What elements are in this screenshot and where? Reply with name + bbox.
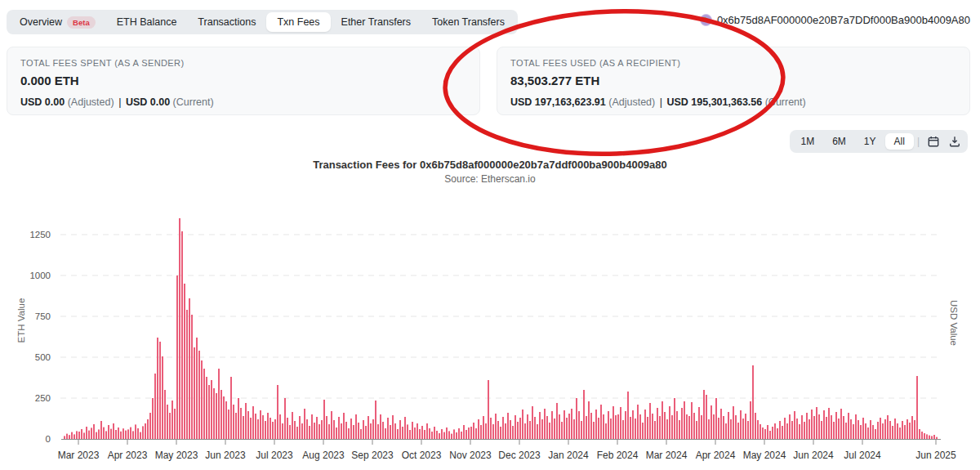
svg-text:Dec 2023: Dec 2023 [498, 450, 541, 461]
fees-used-card: TOTAL FEES USED (AS A RECIPIENT) 83,503.… [497, 47, 970, 115]
svg-text:0: 0 [46, 434, 51, 444]
toolbar-divider: | [914, 136, 923, 147]
svg-text:Nov 2023: Nov 2023 [449, 450, 492, 461]
calendar-icon[interactable] [923, 132, 944, 150]
svg-text:Jul 2023: Jul 2023 [256, 450, 293, 461]
fees-used-value: 83,503.277 ETH [510, 74, 956, 87]
fees-spent-usd-adjusted: USD 0.00 [20, 96, 65, 108]
svg-text:Jun 2023: Jun 2023 [205, 450, 246, 461]
range-all-button[interactable]: All [885, 133, 914, 150]
svg-text:Aug 2023: Aug 2023 [302, 450, 345, 461]
chart-plot-svg: 025050075010001250Mar 2023Apr 2023May 20… [0, 200, 980, 470]
svg-text:1250: 1250 [29, 230, 51, 239]
address-text: 0x6b75d8AF000000e20B7a7DDf000Ba900b4009A… [717, 14, 970, 26]
svg-text:Jun 2025: Jun 2025 [915, 450, 956, 461]
svg-text:Apr 2023: Apr 2023 [108, 450, 148, 461]
usd-divider: | [658, 96, 664, 108]
fees-spent-title: TOTAL FEES SPENT (AS A SENDER) [20, 58, 466, 68]
svg-text:Oct 2023: Oct 2023 [402, 450, 442, 461]
fees-used-title: TOTAL FEES USED (AS A RECIPIENT) [510, 58, 956, 68]
svg-text:May 2024: May 2024 [743, 450, 786, 461]
range-1y-button[interactable]: 1Y [855, 133, 885, 150]
txn-fees-page: Overview Beta ETH Balance Transactions T… [0, 0, 980, 470]
tab-txn-fees-label: Txn Fees [277, 16, 319, 28]
fees-used-adjusted-label: (Adjusted) [608, 96, 655, 108]
fees-spent-usd: USD 0.00 (Adjusted) | USD 0.00 (Current) [20, 96, 466, 108]
fees-bar-chart: 025050075010001250Mar 2023Apr 2023May 20… [0, 200, 980, 470]
fees-spent-value: 0.000 ETH [20, 74, 466, 87]
tab-ether-transfers[interactable]: Ether Transfers [331, 12, 421, 32]
tab-overview[interactable]: Overview Beta [9, 12, 106, 32]
svg-text:Mar 2023: Mar 2023 [58, 450, 100, 461]
svg-text:ETH Value: ETH Value [16, 298, 26, 343]
svg-text:Jul 2024: Jul 2024 [844, 450, 881, 461]
address-blockie-icon [700, 14, 712, 26]
fees-spent-adjusted-label: (Adjusted) [68, 96, 114, 108]
svg-text:Mar 2024: Mar 2024 [646, 450, 688, 461]
fees-used-usd: USD 197,163,623.91 (Adjusted) | USD 195,… [510, 96, 956, 108]
tab-token-transfers-label: Token Transfers [432, 16, 505, 28]
svg-text:Apr 2024: Apr 2024 [696, 450, 736, 461]
wallet-address[interactable]: 0x6b75d8AF000000e20B7a7DDf000Ba900b4009A… [700, 14, 970, 26]
tab-token-transfers[interactable]: Token Transfers [421, 12, 515, 32]
fees-spent-usd-current: USD 0.00 [126, 96, 170, 108]
svg-text:Feb 2024: Feb 2024 [597, 450, 639, 461]
tab-eth-balance[interactable]: ETH Balance [106, 12, 188, 32]
beta-badge: Beta [67, 16, 96, 29]
range-6m-button[interactable]: 6M [823, 133, 855, 150]
download-icon[interactable] [944, 132, 965, 150]
chart-title: Transaction Fees for 0x6b75d8af000000e20… [0, 159, 980, 171]
tab-eth-balance-label: ETH Balance [117, 16, 177, 28]
svg-text:1000: 1000 [29, 271, 51, 280]
tab-transactions[interactable]: Transactions [187, 12, 266, 32]
fees-spent-current-label: (Current) [173, 96, 214, 108]
svg-text:Jan 2024: Jan 2024 [548, 450, 589, 461]
svg-text:500: 500 [35, 352, 51, 362]
tab-ether-transfers-label: Ether Transfers [341, 16, 411, 28]
tab-txn-fees[interactable]: Txn Fees [266, 12, 330, 32]
stat-cards-row: TOTAL FEES SPENT (AS A SENDER) 0.000 ETH… [7, 47, 970, 115]
chart-range-toolbar: 1M 6M 1Y All | [790, 130, 969, 153]
svg-text:Jun 2024: Jun 2024 [793, 450, 834, 461]
tab-overview-label: Overview [20, 16, 62, 28]
svg-text:250: 250 [35, 393, 51, 403]
chart-subtitle: Source: Etherscan.io [0, 173, 980, 185]
svg-text:May 2023: May 2023 [155, 450, 198, 461]
fees-spent-card: TOTAL FEES SPENT (AS A SENDER) 0.000 ETH… [7, 47, 480, 115]
usd-divider: | [117, 96, 122, 108]
svg-text:Sep 2023: Sep 2023 [351, 450, 394, 461]
fees-used-current-label: (Current) [765, 96, 806, 108]
svg-text:750: 750 [35, 311, 51, 321]
tab-transactions-label: Transactions [198, 16, 256, 28]
top-tabbar: Overview Beta ETH Balance Transactions T… [7, 10, 518, 34]
fees-used-usd-current: USD 195,301,363.56 [666, 96, 762, 108]
range-1m-button[interactable]: 1M [792, 133, 824, 150]
fees-used-usd-adjusted: USD 197,163,623.91 [510, 96, 606, 108]
svg-text:USD Value: USD Value [949, 300, 959, 346]
